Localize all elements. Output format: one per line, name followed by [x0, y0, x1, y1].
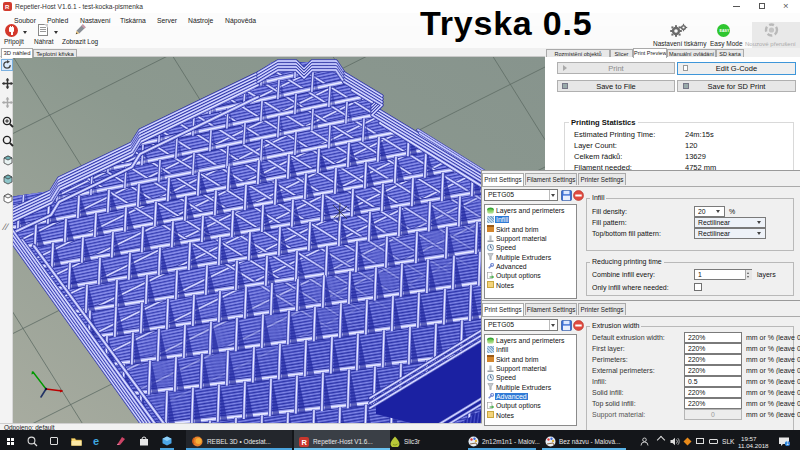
- svg-text:1: 1: [786, 440, 789, 446]
